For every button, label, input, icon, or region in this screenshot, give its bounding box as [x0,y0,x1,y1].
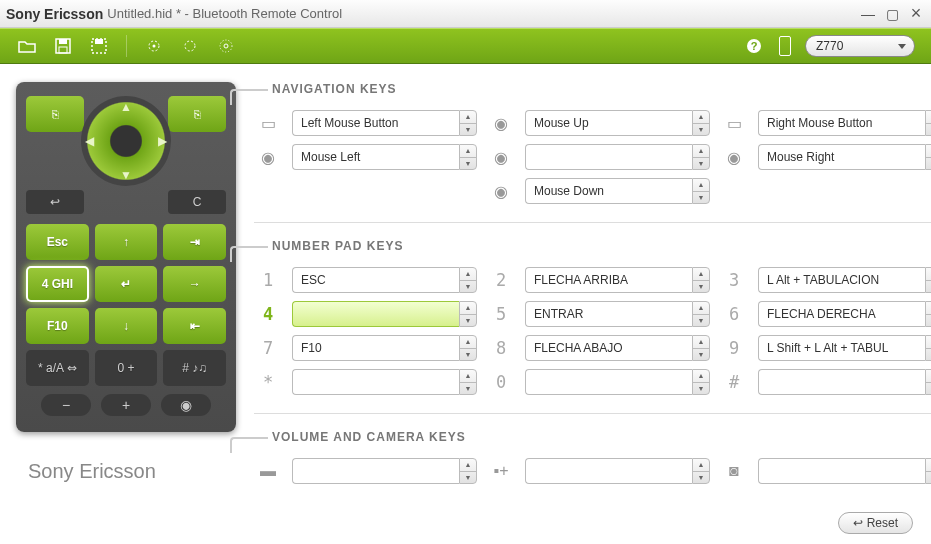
combo-2[interactable]: ▲▼ [525,267,710,293]
key-3[interactable]: ⇥ [163,224,226,260]
label-star: * [254,372,282,392]
key-0[interactable]: 0 + [95,350,158,386]
soft-right-combo[interactable]: ▲▼ [758,110,931,136]
sync2-icon[interactable] [179,35,201,57]
close-button[interactable]: × [907,7,925,21]
titlebar: Sony Ericsson Untitled.hid * - Bluetooth… [0,0,931,28]
label-9: 9 [720,338,748,358]
brand-logo: Sony Ericsson [28,460,156,483]
combo-7[interactable]: ▲▼ [292,335,477,361]
right-combo[interactable]: ▲▼ [758,144,931,170]
left-icon: ◉ [254,148,282,167]
combo-0[interactable]: ▲▼ [525,369,710,395]
soft-right-icon: ▭ [720,114,748,133]
soft-left-key[interactable]: ⎘ [26,96,84,132]
reset-button[interactable]: ↩ Reset [838,512,913,534]
key-1[interactable]: Esc [26,224,89,260]
camera-key[interactable]: ◉ [161,394,211,416]
vol-plus-key[interactable]: + [101,394,151,416]
key-5[interactable]: ↵ [95,266,158,302]
down-combo[interactable]: ▲▼ [525,178,710,204]
vol-minus-icon: ▬ [254,462,282,480]
svg-point-9 [224,44,228,48]
nav-section-title: NAVIGATION KEYS [272,82,931,96]
label-hash: # [720,372,748,392]
open-icon[interactable] [16,35,38,57]
sync-icon[interactable] [143,35,165,57]
combo-5[interactable]: ▲▼ [525,301,710,327]
c-key[interactable]: C [168,190,226,214]
center-icon: ◉ [487,148,515,167]
label-8: 8 [487,338,515,358]
svg-rect-2 [59,47,67,53]
svg-text:?: ? [751,40,758,52]
key-star[interactable]: * a/A ⇔ [26,350,89,386]
combo-9[interactable]: ▲▼ [758,335,931,361]
svg-point-8 [220,40,232,52]
minimize-button[interactable]: — [859,7,877,21]
center-combo[interactable]: ▲▼ [525,144,710,170]
up-combo[interactable]: ▲▼ [525,110,710,136]
combo-star[interactable]: ▲▼ [292,369,477,395]
vol-minus-key[interactable]: − [41,394,91,416]
svg-rect-4 [95,39,103,44]
svg-rect-1 [59,39,67,44]
settings-icon[interactable] [215,35,237,57]
key-hash[interactable]: # ♪♫ [163,350,226,386]
combo-3[interactable]: ▲▼ [758,267,931,293]
combo-1[interactable]: ▲▼ [292,267,477,293]
down-icon: ◉ [487,182,515,201]
label-2: 2 [487,270,515,290]
save-icon[interactable] [52,35,74,57]
right-icon: ◉ [720,148,748,167]
svg-point-6 [153,45,156,48]
document-title: Untitled.hid * - Bluetooth Remote Contro… [107,6,342,21]
num-section-title: NUMBER PAD KEYS [272,239,931,253]
save-as-icon[interactable] [88,35,110,57]
key-6[interactable]: → [163,266,226,302]
key-8[interactable]: ↓ [95,308,158,344]
left-combo[interactable]: ▲▼ [292,144,477,170]
brand: Sony Ericsson [6,6,103,22]
toolbar: ? Z770 [0,28,931,64]
phone-icon [779,36,791,56]
soft-left-combo[interactable]: ▲▼ [292,110,477,136]
dpad[interactable]: ▲▼◀▶ [81,96,171,186]
svg-point-7 [185,41,195,51]
phone-preview: ⎘ ▲▼◀▶ ⎘ ↩ C Esc ↑ ⇥ 4 GHI ↵ → F10 ↓ [16,82,236,432]
vol-minus-combo[interactable]: ▲▼ [292,458,477,484]
back-key[interactable]: ↩ [26,190,84,214]
label-7: 7 [254,338,282,358]
label-6: 6 [720,304,748,324]
model-dropdown[interactable]: Z770 [805,35,915,57]
key-2[interactable]: ↑ [95,224,158,260]
vol-plus-icon: ▪+ [487,462,515,480]
camera-icon: ◙ [720,462,748,480]
label-3: 3 [720,270,748,290]
vol-plus-combo[interactable]: ▲▼ [525,458,710,484]
soft-right-key[interactable]: ⎘ [168,96,226,132]
label-5: 5 [487,304,515,324]
combo-hash[interactable]: ▲▼ [758,369,931,395]
label-0: 0 [487,372,515,392]
combo-8[interactable]: ▲▼ [525,335,710,361]
camera-combo[interactable]: ▲▼ [758,458,931,484]
vol-section-title: VOLUME AND CAMERA KEYS [272,430,931,444]
label-1: 1 [254,270,282,290]
help-icon[interactable]: ? [743,35,765,57]
key-7[interactable]: F10 [26,308,89,344]
key-4[interactable]: 4 GHI [26,266,89,302]
soft-left-icon: ▭ [254,114,282,133]
combo-4[interactable]: ▲▼ [292,301,477,327]
combo-6[interactable]: ▲▼ [758,301,931,327]
up-icon: ◉ [487,114,515,133]
label-4: 4 [254,304,282,324]
key-9[interactable]: ⇤ [163,308,226,344]
maximize-button[interactable]: ▢ [883,7,901,21]
